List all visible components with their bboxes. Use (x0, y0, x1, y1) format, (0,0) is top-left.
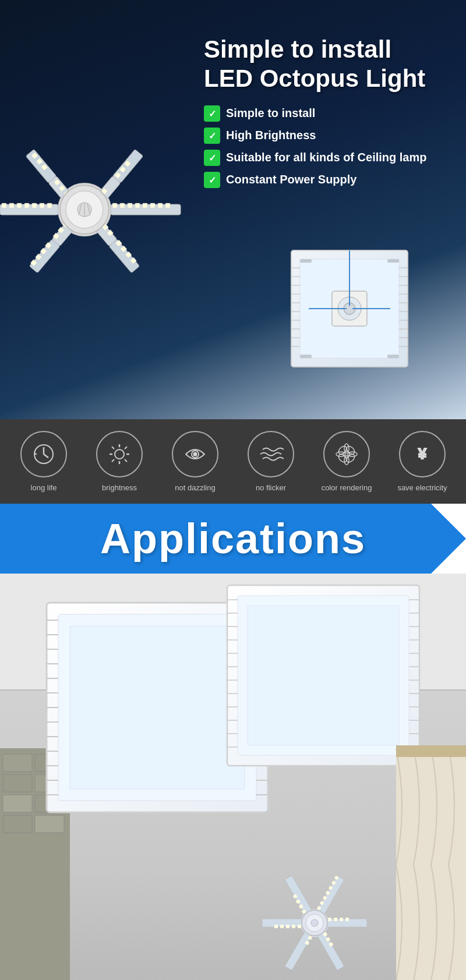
feature-label-not-dazzling: not dazzling (175, 483, 215, 492)
svg-rect-240 (396, 745, 466, 757)
svg-rect-165 (248, 606, 399, 745)
feature-label-brightness: brightness (102, 483, 137, 492)
svg-rect-36 (128, 203, 132, 208)
hero-section: Simple to install LED Octopus Light Simp… (0, 0, 466, 419)
ceiling-lamp-illustration (280, 239, 454, 402)
svg-line-106 (112, 447, 114, 449)
svg-rect-130 (3, 795, 32, 812)
svg-rect-226 (286, 925, 290, 928)
svg-rect-72 (387, 259, 399, 263)
check-icon-2 (204, 128, 220, 144)
svg-rect-126 (3, 754, 32, 772)
long-life-icon-circle (20, 431, 67, 477)
svg-rect-71 (300, 259, 312, 263)
svg-rect-38 (143, 203, 147, 208)
hero-title: Simple to install LED Octopus Light (204, 35, 449, 94)
svg-point-118 (345, 453, 356, 464)
svg-rect-225 (292, 925, 295, 928)
svg-rect-31 (40, 203, 44, 208)
feature-label-long-life: long life (31, 483, 57, 492)
no-flicker-icon-circle (248, 431, 294, 477)
svg-rect-40 (158, 203, 163, 208)
svg-point-117 (337, 445, 348, 455)
feature-item-3: Suitable for all kinds of Ceiling lamp (204, 150, 449, 166)
svg-point-101 (115, 450, 124, 459)
feature-label-save-electricity: save electricity (397, 483, 447, 492)
svg-rect-228 (274, 925, 278, 928)
feature-item-1: Simple to install (204, 105, 449, 122)
brightness-icon-circle (96, 431, 143, 477)
svg-point-111 (194, 453, 197, 456)
applications-title: Applications (100, 515, 366, 562)
applications-banner: Applications (0, 504, 466, 574)
feature-item-2: High Brightness (204, 128, 449, 144)
svg-line-109 (112, 459, 114, 462)
svg-rect-224 (298, 925, 301, 928)
svg-rect-128 (3, 774, 32, 792)
svg-rect-27 (9, 203, 14, 208)
svg-line-100 (44, 454, 48, 458)
svg-rect-28 (17, 203, 22, 208)
svg-rect-136 (70, 626, 245, 789)
svg-rect-207 (334, 918, 337, 921)
feature-save-electricity: ¥ save electricity (390, 431, 454, 492)
svg-rect-20 (109, 239, 139, 273)
feature-no-flicker: no flicker (239, 431, 303, 492)
svg-rect-30 (32, 203, 37, 208)
svg-point-238 (311, 919, 318, 926)
feature-label-color-rendering: color rendering (322, 483, 372, 492)
svg-rect-133 (35, 815, 64, 833)
color-rendering-icon-circle (323, 431, 370, 477)
feature-long-life: long life (12, 431, 76, 492)
svg-rect-227 (280, 925, 284, 928)
svg-rect-37 (135, 203, 140, 208)
feature-color-rendering: color rendering (315, 431, 379, 492)
svg-rect-206 (328, 918, 331, 921)
svg-rect-47 (26, 150, 56, 183)
svg-rect-29 (24, 203, 29, 208)
not-dazzling-icon-circle (172, 431, 218, 477)
svg-rect-41 (165, 203, 170, 208)
svg-text:¥: ¥ (418, 445, 427, 462)
svg-line-107 (125, 459, 127, 462)
feature-not-dazzling: not dazzling (163, 431, 227, 492)
svg-rect-34 (112, 203, 117, 208)
svg-line-108 (125, 447, 127, 449)
svg-rect-9 (30, 239, 60, 273)
check-icon-4 (204, 172, 220, 188)
check-icon-3 (204, 150, 220, 166)
features-bar: long life brightness (0, 419, 466, 504)
octopus-illustration (0, 47, 204, 373)
feature-label-no-flicker: no flicker (256, 483, 286, 492)
svg-rect-74 (387, 355, 399, 358)
svg-rect-35 (120, 203, 125, 208)
hero-text-block: Simple to install LED Octopus Light Simp… (204, 35, 449, 194)
save-electricity-icon-circle: ¥ (399, 431, 446, 477)
feature-item-4: Constant Power Supply (204, 172, 449, 188)
check-icon-1 (204, 105, 220, 122)
svg-rect-73 (300, 355, 312, 358)
svg-point-119 (345, 445, 356, 455)
svg-rect-39 (150, 203, 155, 208)
svg-point-120 (337, 453, 348, 464)
svg-rect-26 (2, 203, 6, 208)
hero-features-list: Simple to install High Brightness Suitab… (204, 105, 449, 188)
svg-rect-209 (345, 918, 349, 921)
svg-rect-132 (3, 815, 32, 833)
application-photo-section: Suitable for all kinds of Ceiling lamp (0, 574, 466, 980)
svg-rect-32 (47, 203, 52, 208)
svg-rect-208 (340, 918, 343, 921)
feature-brightness: brightness (87, 431, 151, 492)
